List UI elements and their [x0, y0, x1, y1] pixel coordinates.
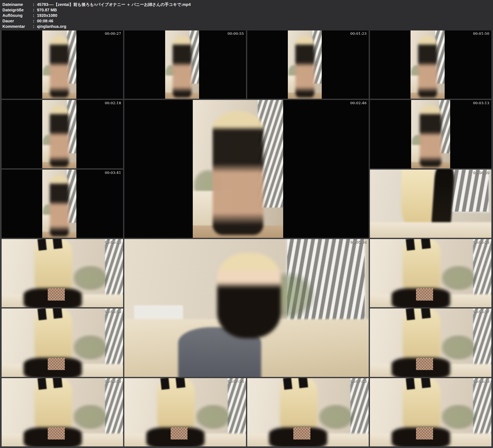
thumbnail-photo-placeholder: [42, 31, 76, 99]
timestamp-overlay: 00:04:09: [473, 171, 489, 175]
timestamp-overlay: 00:03:13: [473, 101, 489, 105]
censor-mosaic-shape: [416, 288, 433, 301]
contact-sheet-page: { "header": { "rows": [ {"label": "Datei…: [0, 0, 493, 448]
censor-mosaic-shape: [48, 288, 65, 301]
thumbnail-photo-placeholder: [42, 100, 76, 168]
file-info-value-resolution: 1920x1080: [37, 13, 491, 18]
thumbnail-photo-placeholder: [411, 100, 450, 168]
thumbnail-cell: 00:00:55: [124, 31, 246, 99]
figure-silhouette-shape: [50, 105, 69, 167]
thumbnail-photo-placeholder: [370, 169, 491, 238]
timestamp-overlay: 00:02:18: [105, 101, 121, 105]
plant-shape: [440, 265, 477, 291]
timestamp-overlay: 00:02:46: [350, 101, 367, 105]
plant-shape: [72, 265, 109, 291]
file-info-separator: :: [33, 18, 37, 24]
thumbnail-photo-placeholder: [2, 239, 123, 307]
censor-mosaic-shape: [416, 427, 433, 440]
thumbnail-cell: 00:06:55: [2, 378, 123, 446]
hair-shape: [401, 169, 434, 231]
thumbnail-cell: 00:07:23: [124, 378, 246, 446]
timestamp-overlay: 00:00:27: [105, 32, 121, 35]
thumbnail-photo-placeholder: [124, 378, 246, 446]
file-info-row-resolution: Auflösung : 1920x1080: [2, 13, 491, 18]
thumbnail-photo-placeholder: [288, 31, 322, 99]
thumbnail-cell: 00:05:59: [2, 308, 123, 377]
plant-shape: [440, 404, 477, 430]
thumbnail-photo-placeholder: [165, 31, 199, 99]
thumbnail-cell: 00:05:04: [124, 239, 369, 377]
file-info-row-comment: Kommentar : qinglanhua.org: [2, 24, 491, 29]
file-info-separator: :: [33, 2, 37, 7]
censor-mosaic-shape: [171, 427, 188, 440]
figure-silhouette-shape: [295, 36, 314, 98]
timestamp-overlay: 00:07:23: [227, 379, 244, 383]
thumbnail-cell: 00:02:46: [124, 100, 369, 238]
thumbnail-cell: 00:01:50: [370, 31, 491, 99]
timestamp-overlay: 00:03:41: [105, 171, 121, 175]
timestamp-overlay: 00:04:36: [105, 240, 121, 244]
thumbnail-cell: 00:03:13: [370, 100, 491, 168]
censor-mosaic-shape: [416, 358, 433, 370]
file-info-row-duration: Dauer : 00:08:46: [2, 18, 491, 24]
thumbnail-cell: 00:03:41: [2, 169, 123, 238]
thumbnail-photo-placeholder: [42, 169, 76, 238]
thumbnail-grid: 00:00:2700:00:5500:01:2300:01:5000:02:18…: [0, 31, 493, 448]
timestamp-overlay: 00:05:32: [473, 240, 489, 244]
file-info-value-filename: 45783----【zentai】前も後ろも≡バイブオナニー ＋ バニーお姉さん…: [37, 2, 491, 7]
thumbnail-photo-placeholder: [2, 378, 123, 446]
file-info-label: Dauer: [2, 18, 33, 24]
file-info-value-filesize: 970.87 MB: [37, 7, 491, 13]
window-blinds-shape: [450, 169, 490, 213]
thumbnail-cell: 00:05:32: [370, 239, 491, 307]
figure-silhouette-shape: [50, 36, 69, 98]
timestamp-overlay: 00:08:18: [473, 379, 489, 383]
figure-silhouette-shape: [217, 253, 281, 338]
file-info-row-filename: Dateiname : 45783----【zentai】前も後ろも≡バイブオナ…: [2, 2, 491, 7]
file-info-label: Dateiname: [2, 2, 33, 7]
thumbnail-cell: 00:01:23: [247, 31, 369, 99]
file-info-separator: :: [33, 7, 37, 13]
thumbnail-cell: 00:08:18: [370, 378, 491, 446]
timestamp-overlay: 00:00:55: [227, 32, 244, 35]
thumbnail-cell: 00:04:36: [2, 239, 123, 307]
thumbnail-photo-placeholder: [193, 100, 283, 238]
thumbnail-photo-placeholder: [247, 378, 369, 446]
file-info-value-duration: 00:08:46: [37, 18, 491, 24]
timestamp-overlay: 00:05:04: [350, 240, 367, 244]
timestamp-overlay: 00:07:50: [350, 379, 367, 383]
thumbnail-photo-placeholder: [370, 308, 491, 377]
thumbnail-photo-placeholder: [2, 308, 123, 377]
file-info-label: Auflösung: [2, 13, 33, 18]
thumbnail-photo-placeholder: [124, 239, 369, 377]
plant-shape: [72, 335, 109, 360]
file-info-label: Dateigröße: [2, 7, 33, 13]
file-info-separator: :: [33, 24, 37, 29]
figure-silhouette-shape: [420, 105, 441, 167]
figure-silhouette-shape: [173, 36, 192, 98]
file-info-row-filesize: Dateigröße : 970.87 MB: [2, 7, 491, 13]
timestamp-overlay: 00:05:59: [105, 310, 121, 314]
thumbnail-cell: 00:00:27: [2, 31, 123, 99]
timestamp-overlay: 00:01:23: [350, 32, 367, 35]
thumbnail-cell: 00:04:09: [370, 169, 491, 238]
thumbnail-cell: 00:06:27: [370, 308, 491, 377]
plant-shape: [440, 335, 477, 360]
censor-mosaic-shape: [293, 427, 310, 440]
file-info-label: Kommentar: [2, 24, 33, 29]
bed-shape: [370, 222, 491, 238]
figure-silhouette-shape: [50, 175, 69, 236]
thumbnail-photo-placeholder: [370, 239, 491, 307]
plant-shape: [72, 404, 109, 430]
file-info-header: Dateiname : 45783----【zentai】前も後ろも≡バイブオナ…: [0, 0, 493, 31]
plant-shape: [318, 404, 354, 430]
censor-mosaic-shape: [48, 358, 65, 370]
thumbnail-cell: 00:02:18: [2, 100, 123, 168]
file-info-value-comment: qinglanhua.org: [37, 24, 491, 29]
timestamp-overlay: 00:06:55: [105, 379, 121, 383]
plant-shape: [195, 404, 231, 430]
censor-mosaic-shape: [48, 427, 65, 440]
timestamp-overlay: 00:06:27: [473, 310, 489, 314]
timestamp-overlay: 00:01:50: [473, 32, 489, 35]
thumbnail-cell: 00:07:50: [247, 378, 369, 446]
